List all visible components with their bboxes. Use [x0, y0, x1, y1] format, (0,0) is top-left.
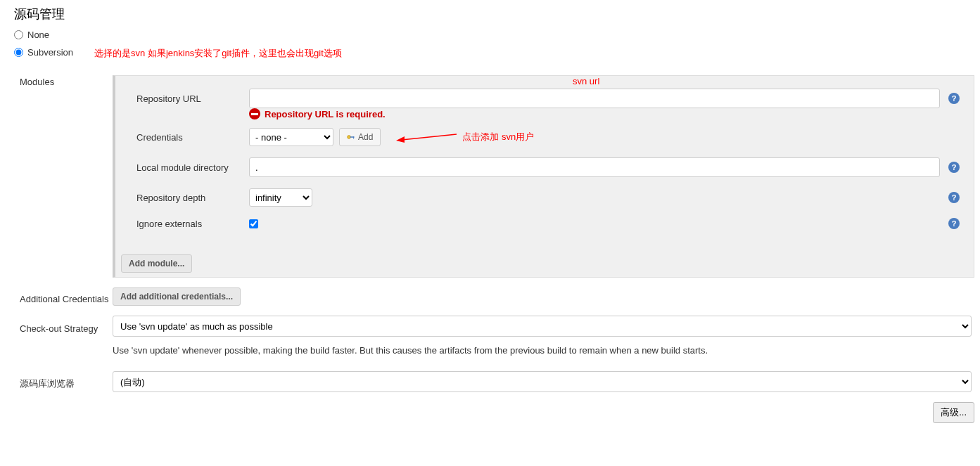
credentials-add-label: Add [358, 132, 373, 142]
ignore-ext-checkbox[interactable] [249, 219, 258, 228]
error-icon [249, 108, 260, 119]
add-module-button[interactable]: Add module... [121, 254, 192, 273]
module-box: Repository URL svn url ? Repository URL … [113, 75, 974, 278]
annotation-svn-url: svn url [573, 76, 599, 86]
repo-depth-select[interactable]: infinity [249, 188, 312, 207]
svg-marker-4 [396, 136, 405, 143]
help-icon[interactable]: ? [948, 218, 960, 229]
checkout-strategy-description: Use 'svn update' whenever possible, maki… [113, 337, 969, 361]
additional-credentials-label: Additional Credentials [0, 290, 113, 304]
help-icon[interactable]: ? [948, 192, 960, 203]
checkout-strategy-select[interactable]: Use 'svn update' as much as possible [113, 316, 972, 337]
modules-label: Modules [0, 75, 113, 278]
repo-url-input[interactable] [249, 89, 940, 108]
radio-none[interactable] [14, 30, 23, 39]
local-dir-input[interactable] [249, 157, 940, 177]
scm-options: None Subversion 选择的是svn 如果jenkins安装了git插… [0, 30, 980, 65]
repo-url-error-row: Repository URL is required. [249, 108, 960, 119]
svg-rect-2 [353, 136, 354, 138]
radio-subversion-label: Subversion [27, 47, 73, 58]
radio-subversion[interactable] [14, 48, 23, 57]
repo-url-label: Repository URL [136, 93, 249, 104]
repo-depth-label: Repository depth [136, 193, 249, 203]
checkout-strategy-label: Check-out Strategy [0, 319, 113, 334]
credentials-label: Credentials [136, 132, 249, 143]
repo-browser-select[interactable]: (自动) [113, 371, 972, 392]
repo-url-error-text: Repository URL is required. [265, 109, 386, 119]
spacer [0, 347, 113, 351]
ignore-ext-label: Ignore externals [136, 219, 249, 229]
scm-option-none[interactable]: None [14, 30, 980, 40]
key-icon [347, 134, 355, 140]
radio-none-label: None [27, 30, 49, 40]
help-icon[interactable]: ? [948, 93, 960, 104]
repo-browser-label: 源码库浏览器 [0, 373, 113, 390]
add-additional-credentials-button[interactable]: Add additional credentials... [113, 287, 241, 306]
arrow-icon [395, 130, 458, 144]
svg-line-3 [402, 134, 457, 140]
section-title-scm: 源码管理 [0, 0, 980, 30]
credentials-add-button[interactable]: Add [339, 128, 381, 146]
local-dir-label: Local module directory [136, 162, 249, 173]
help-icon[interactable]: ? [948, 162, 960, 173]
credentials-select[interactable]: - none - [249, 128, 333, 146]
annotation-scm-choice: 选择的是svn 如果jenkins安装了git插件，这里也会出现git选项 [94, 47, 342, 60]
annotation-add-cred: 点击添加 svn用户 [462, 131, 534, 143]
advanced-button[interactable]: 高级... [933, 402, 974, 423]
scm-option-subversion[interactable]: Subversion [14, 47, 73, 58]
